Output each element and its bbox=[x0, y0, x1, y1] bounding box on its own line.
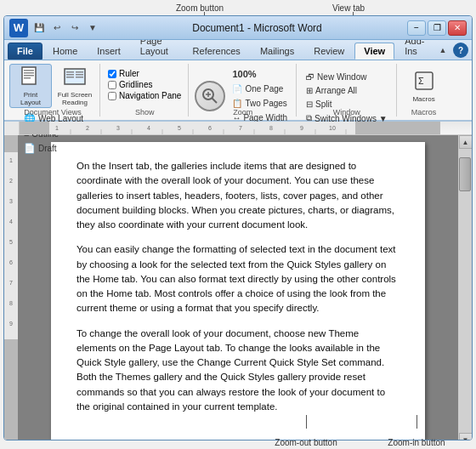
ruler-corner bbox=[4, 122, 20, 135]
zoom-button-annotation: Zoom button bbox=[166, 3, 234, 13]
qa-dropdown[interactable]: ▼ bbox=[85, 20, 100, 36]
svg-rect-1 bbox=[24, 70, 34, 71]
zoom-button[interactable] bbox=[195, 81, 225, 111]
svg-text:3: 3 bbox=[116, 125, 120, 131]
horizontal-ruler: 1 2 3 4 5 6 7 8 9 10 bbox=[20, 122, 472, 134]
tab-insert[interactable]: Insert bbox=[88, 43, 130, 60]
tab-home[interactable]: Home bbox=[43, 43, 87, 60]
svg-rect-9 bbox=[76, 71, 83, 73]
svg-rect-18 bbox=[20, 122, 49, 134]
main-area: 1 2 3 4 5 6 7 8 9 On the Insert tab, the… bbox=[4, 135, 472, 440]
ruler-checkbox[interactable] bbox=[108, 70, 116, 78]
show-label: Show bbox=[101, 108, 188, 117]
vertical-scrollbar: ▲ ▼ bbox=[458, 135, 472, 440]
macros-group-label: Macros bbox=[398, 108, 450, 117]
new-window-icon: 🗗 bbox=[306, 72, 314, 82]
two-pages-label: Two Pages bbox=[245, 99, 286, 108]
tab-references[interactable]: References bbox=[184, 43, 250, 60]
help-button[interactable]: ? bbox=[453, 43, 468, 58]
show-group: Ruler Gridlines Navigation Pane Show bbox=[101, 64, 189, 117]
svg-text:3: 3 bbox=[9, 198, 13, 204]
svg-text:5: 5 bbox=[178, 125, 181, 131]
restore-button[interactable]: ❐ bbox=[428, 20, 446, 36]
window-group: 🗗 New Window ⊞ Arrange All ⊟ Split ⧉ Swi… bbox=[298, 64, 396, 117]
arrange-all-icon: ⊞ bbox=[306, 86, 313, 95]
zoom-in-arrow-line bbox=[416, 415, 417, 429]
svg-rect-4 bbox=[24, 77, 31, 79]
svg-rect-6 bbox=[66, 71, 74, 73]
gridlines-checkbox[interactable] bbox=[108, 81, 116, 89]
draft-label: Draft bbox=[38, 144, 57, 153]
tab-mailings[interactable]: Mailings bbox=[251, 43, 303, 60]
svg-text:8: 8 bbox=[269, 125, 273, 131]
paragraph-3: To change the overall look of your docum… bbox=[76, 327, 400, 415]
window-controls: − ❐ ✕ bbox=[407, 20, 467, 36]
paragraph-1: On the Insert tab, the galleries include… bbox=[76, 159, 400, 232]
svg-text:10: 10 bbox=[329, 125, 336, 131]
tab-view[interactable]: View bbox=[354, 43, 394, 60]
svg-text:Σ: Σ bbox=[418, 76, 424, 87]
one-page-label: One Page bbox=[245, 84, 283, 94]
svg-text:4: 4 bbox=[9, 219, 13, 224]
full-screen-icon bbox=[62, 65, 88, 90]
full-screen-reading-button[interactable]: Full ScreenReading bbox=[54, 64, 96, 108]
macros-icon: Σ bbox=[411, 68, 437, 94]
draft-icon: 📄 bbox=[24, 143, 36, 154]
scroll-thumb[interactable] bbox=[459, 157, 471, 191]
window-title: Document1 - Microsoft Word bbox=[107, 22, 407, 34]
svg-text:7: 7 bbox=[9, 280, 13, 286]
word-logo: W bbox=[9, 19, 28, 37]
print-layout-icon bbox=[18, 65, 43, 90]
svg-text:9: 9 bbox=[300, 125, 303, 131]
svg-text:6: 6 bbox=[208, 125, 212, 131]
scroll-up-button[interactable]: ▲ bbox=[459, 135, 473, 149]
svg-text:2: 2 bbox=[9, 178, 13, 184]
save-qa-button[interactable]: 💾 bbox=[31, 20, 47, 36]
nav-pane-checkbox-label: Navigation Pane bbox=[108, 91, 181, 100]
svg-text:7: 7 bbox=[239, 125, 242, 131]
window-group-label: Window bbox=[298, 108, 395, 117]
svg-rect-3 bbox=[24, 75, 34, 77]
ruler-container: 1 2 3 4 5 6 7 8 9 10 bbox=[4, 122, 472, 135]
minimize-button[interactable]: − bbox=[407, 20, 426, 36]
draft-button[interactable]: 📄 Draft bbox=[20, 141, 87, 156]
svg-text:2: 2 bbox=[86, 125, 89, 131]
nav-pane-checkbox[interactable] bbox=[108, 92, 116, 100]
scroll-down-button[interactable]: ▼ bbox=[459, 433, 473, 440]
svg-text:8: 8 bbox=[9, 300, 13, 306]
svg-rect-19 bbox=[49, 122, 355, 134]
zoom-percent-button[interactable]: 100% bbox=[229, 67, 291, 81]
svg-text:1: 1 bbox=[55, 125, 59, 131]
tab-review[interactable]: Review bbox=[304, 43, 354, 60]
zoom-out-annotation: Zoom-out button bbox=[272, 438, 340, 447]
gridlines-label: Gridlines bbox=[119, 80, 152, 89]
svg-rect-11 bbox=[76, 77, 83, 78]
arrange-all-button[interactable]: ⊞ Arrange All bbox=[303, 84, 390, 97]
new-window-button[interactable]: 🗗 New Window bbox=[303, 71, 390, 83]
vertical-ruler: 1 2 3 4 5 6 7 8 9 bbox=[4, 135, 18, 440]
print-layout-button[interactable]: PrintLayout bbox=[9, 64, 52, 108]
macros-group: Σ Macros Macros bbox=[398, 64, 450, 117]
svg-text:1: 1 bbox=[9, 157, 13, 163]
title-bar: W 💾 ↩ ↪ ▼ Document1 - Microsoft Word − ❐… bbox=[4, 16, 472, 40]
svg-text:6: 6 bbox=[9, 259, 13, 265]
svg-rect-10 bbox=[76, 74, 83, 76]
one-page-button[interactable]: 📄 One Page bbox=[229, 82, 291, 95]
tab-file[interactable]: File bbox=[8, 43, 42, 60]
svg-line-13 bbox=[212, 98, 218, 103]
undo-qa-button[interactable]: ↩ bbox=[49, 20, 65, 36]
zoom-out-arrow-line bbox=[306, 415, 307, 429]
close-button[interactable]: ✕ bbox=[448, 20, 467, 36]
ribbon-collapse-button[interactable]: ▲ bbox=[435, 43, 450, 58]
redo-qa-button[interactable]: ↪ bbox=[67, 20, 82, 36]
quick-access-toolbar: 💾 ↩ ↪ ▼ bbox=[31, 20, 100, 36]
zoom-in-annotation: Zoom-in button bbox=[382, 438, 450, 447]
scroll-track[interactable] bbox=[459, 149, 472, 433]
print-layout-label: PrintLayout bbox=[20, 92, 41, 107]
full-screen-label: Full ScreenReading bbox=[58, 92, 92, 107]
ribbon: PrintLayout bbox=[4, 60, 472, 122]
macros-button[interactable]: Σ Macros bbox=[403, 64, 445, 106]
document-area[interactable]: On the Insert tab, the galleries include… bbox=[18, 135, 458, 440]
document-views-group: PrintLayout bbox=[6, 64, 100, 117]
document[interactable]: On the Insert tab, the galleries include… bbox=[51, 142, 425, 440]
